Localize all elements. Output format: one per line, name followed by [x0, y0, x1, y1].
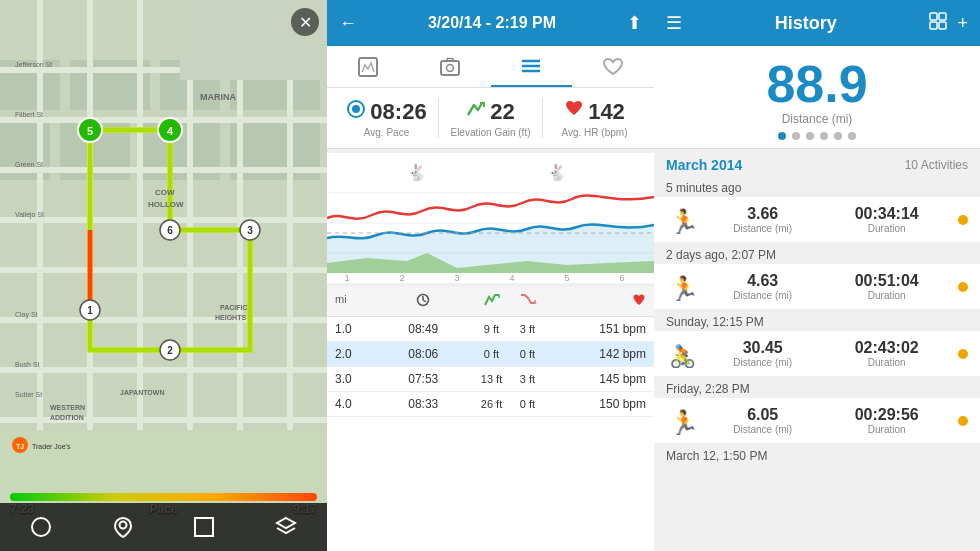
moon-icon[interactable] [21, 507, 61, 547]
expand-icon[interactable] [184, 507, 224, 547]
map-close-button[interactable]: ✕ [291, 8, 319, 36]
col-mi-header: mi [335, 293, 373, 310]
grid-view-button[interactable] [929, 12, 947, 35]
pace-icon [346, 99, 366, 124]
row-time: 08:49 [373, 322, 474, 336]
history-item[interactable]: 🏃 3.66 Distance (mi) 00:34:14 Duration [654, 197, 980, 243]
distance-stat: 30.45 Distance (mi) [733, 339, 792, 368]
svg-text:PACIFIC: PACIFIC [220, 304, 247, 311]
svg-text:Vallejo St: Vallejo St [15, 211, 44, 219]
data-tab[interactable] [491, 46, 573, 87]
svg-text:Sutter St: Sutter St [15, 391, 42, 398]
menu-button[interactable]: ☰ [666, 12, 682, 34]
svg-text:MARINA: MARINA [200, 92, 236, 102]
group-label: March 12, 1:50 PM [654, 445, 980, 465]
svg-point-57 [119, 522, 126, 529]
avg-pace-value: 08:26 [370, 99, 426, 125]
summary-dot[interactable] [834, 132, 842, 140]
group-label: Sunday, 12:15 PM [654, 311, 980, 331]
heart-icon [564, 99, 584, 124]
svg-text:3: 3 [454, 273, 459, 283]
table-rows-container: 1.0 08:49 9 ft 3 ft 151 bpm 2.0 08:06 0 … [327, 317, 654, 417]
detail-title: 3/20/14 - 2:19 PM [428, 14, 556, 32]
photo-tab[interactable] [409, 46, 491, 87]
activity-icon: 🚴 [666, 340, 702, 368]
row-elev-down: 3 ft [510, 323, 546, 335]
summary-dot[interactable] [820, 132, 828, 140]
layers-icon[interactable] [266, 507, 306, 547]
avg-pace-label: Avg. Pace [364, 127, 409, 138]
summary-dot[interactable] [792, 132, 800, 140]
col-hr-header [546, 293, 647, 310]
activity-count: 10 Activities [905, 158, 968, 172]
row-mi: 1.0 [335, 322, 373, 336]
distance-stat: 4.63 Distance (mi) [733, 272, 792, 301]
duration-value: 00:34:14 [855, 205, 919, 223]
svg-text:Trader Joe's: Trader Joe's [32, 443, 71, 450]
history-item[interactable]: 🏃 4.63 Distance (mi) 00:51:04 Duration [654, 264, 980, 310]
svg-text:6: 6 [619, 273, 624, 283]
row-mi: 4.0 [335, 397, 373, 411]
back-button[interactable]: ← [339, 13, 357, 34]
svg-text:1: 1 [87, 305, 93, 316]
avg-pace-stat: 08:26 Avg. Pace [335, 99, 438, 138]
svg-text:🏃: 🏃 [669, 207, 699, 234]
map-tab[interactable] [327, 46, 409, 87]
group-label: 5 minutes ago [654, 177, 980, 197]
distance-label: Distance (mi) [733, 290, 792, 301]
item-dot [958, 282, 968, 292]
svg-text:🐇: 🐇 [547, 163, 567, 182]
table-row: 2.0 08:06 0 ft 0 ft 142 bpm [327, 342, 654, 367]
row-elev-down: 3 ft [510, 373, 546, 385]
svg-text:1: 1 [344, 273, 349, 283]
duration-stat: 00:34:14 Duration [855, 205, 919, 234]
share-button[interactable]: ⬆ [627, 12, 642, 34]
detail-header: ← 3/20/14 - 2:19 PM ⬆ [327, 0, 654, 46]
add-button[interactable]: + [957, 13, 968, 34]
summary-dot[interactable] [778, 132, 786, 140]
elevation-label: Elevation Gain (ft) [450, 127, 530, 138]
svg-rect-58 [195, 518, 213, 536]
svg-text:TJ: TJ [16, 443, 24, 450]
location-icon[interactable] [103, 507, 143, 547]
row-elev-up: 0 ft [474, 348, 510, 360]
month-header: March 2014 10 Activities [654, 149, 980, 177]
duration-stat: 02:43:02 Duration [855, 339, 919, 368]
history-panel: ☰ History + 88.9 Distance (mi) March 201… [654, 0, 980, 551]
row-time: 08:33 [373, 397, 474, 411]
heart-tab[interactable] [572, 46, 654, 87]
duration-value: 02:43:02 [855, 339, 919, 357]
svg-text:Clay St: Clay St [15, 311, 38, 319]
duration-stat: 00:51:04 Duration [855, 272, 919, 301]
item-dot [958, 215, 968, 225]
summary-dot[interactable] [848, 132, 856, 140]
row-hr: 145 bpm [546, 372, 647, 386]
svg-line-83 [423, 300, 426, 302]
map-toolbar [0, 503, 327, 551]
history-title: History [682, 13, 929, 34]
hr-value: 142 [588, 99, 625, 125]
history-item[interactable]: 🏃 6.05 Distance (mi) 00:29:56 Duration [654, 398, 980, 444]
distance-value: 4.63 [747, 272, 778, 290]
svg-text:6: 6 [167, 225, 173, 236]
distance-stat: 3.66 Distance (mi) [733, 205, 792, 234]
item-stats: 30.45 Distance (mi) 02:43:02 Duration [702, 339, 950, 368]
detail-tabs [327, 46, 654, 88]
total-distance-value: 88.9 [766, 58, 867, 110]
svg-text:HOLLOW: HOLLOW [148, 200, 184, 209]
col-elev-up-header [474, 293, 510, 310]
distance-value: 30.45 [743, 339, 783, 357]
svg-text:WESTERN: WESTERN [50, 404, 85, 411]
history-item[interactable]: 🚴 30.45 Distance (mi) 02:43:02 Duration [654, 331, 980, 377]
svg-text:2: 2 [399, 273, 404, 283]
svg-text:2: 2 [167, 345, 173, 356]
summary-dot[interactable] [806, 132, 814, 140]
svg-point-67 [352, 105, 360, 113]
item-stats: 4.63 Distance (mi) 00:51:04 Duration [702, 272, 950, 301]
map-panel: 1 2 3 4 5 6 Jefferson St Filbert St Gree… [0, 0, 327, 551]
table-row: 1.0 08:49 9 ft 3 ft 151 bpm [327, 317, 654, 342]
elevation-stat: 22 Elevation Gain (ft) [439, 99, 542, 138]
row-hr: 150 bpm [546, 397, 647, 411]
svg-text:🚴: 🚴 [669, 343, 697, 368]
data-table: mi 1.0 08:49 9 ft 3 ft 151 bpm 2.0 08:06… [327, 287, 654, 551]
